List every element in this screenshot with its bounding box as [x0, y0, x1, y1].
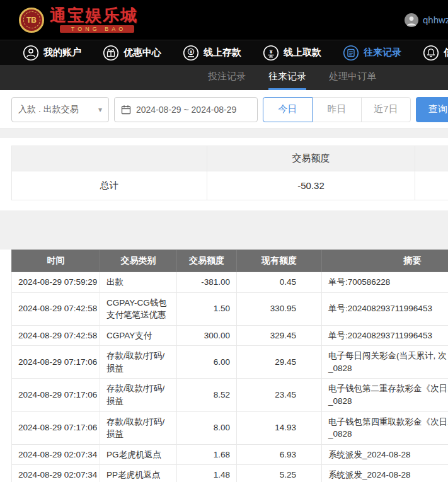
transaction-type-value: 入款 . 出款交易 — [18, 104, 79, 115]
cell-amount: 1.68 — [177, 444, 237, 465]
logo-text: 通宝娱乐城 TONG BAO — [50, 7, 138, 33]
summary-total-label: 总计 — [12, 171, 207, 200]
table-row: 2024-08-29 07:42:58CGPAY-CG钱包支付笔笔送优惠1.50… — [12, 292, 448, 325]
svg-text:¥: ¥ — [270, 48, 273, 54]
summary-total-empty — [415, 171, 448, 200]
cell-type: PP老虎机返点 — [100, 465, 177, 482]
cell-balance: 5.25 — [237, 465, 322, 482]
summary-table: 交易额度 总计 -50.32 — [11, 146, 448, 200]
records-icon — [343, 45, 359, 61]
cell-type: PG老虎机返点 — [100, 444, 177, 465]
top-header: TB 通宝娱乐城 TONG BAO qhhwz — [0, 0, 448, 40]
date-range-input[interactable]: 2024-08-29 ~ 2024-08-29 — [114, 97, 258, 122]
quick-range-button-1[interactable]: 昨日 — [312, 97, 362, 122]
cell-summary: 单号:202408293711996453 — [322, 292, 448, 325]
user-menu[interactable]: qhhwz — [405, 0, 448, 40]
nav-item-records[interactable]: 往来记录 — [343, 45, 401, 61]
cell-balance: 14.93 — [237, 411, 322, 444]
table-row: 2024-08-29 02:07:34PG老虎机返点1.686.93系统派发_2… — [12, 444, 448, 465]
cell-time: 2024-08-29 02:07:34 — [12, 444, 100, 465]
cell-balance: 6.93 — [237, 444, 322, 465]
cell-type: 出款 — [100, 272, 177, 293]
page: TB 通宝娱乐城 TONG BAO qhhwz 我的账户优惠中心¥线上存款¥线上… — [0, 0, 448, 482]
chevron-down-icon: ▾ — [98, 105, 102, 114]
cell-amount: -381.00 — [177, 272, 237, 293]
sub-nav-tabs: 投注记录往来记录处理中订单 — [0, 65, 448, 90]
cell-balance: 0.45 — [237, 272, 322, 293]
cell-summary: 电子钱包第二重存款彩金《次日1 _0828 — [322, 379, 448, 411]
bell-icon — [423, 45, 439, 61]
cell-amount: 6.00 — [177, 346, 237, 379]
cell-summary: 单号:700586228 — [322, 272, 448, 293]
cell-time: 2024-08-29 07:17:06 — [12, 379, 100, 411]
cell-type: CGPAY支付 — [100, 325, 177, 346]
withdraw-icon: ¥ — [263, 45, 279, 61]
cell-balance: 330.95 — [237, 292, 322, 325]
cell-amount: 8.00 — [177, 411, 237, 444]
quick-range-button-0[interactable]: 今日 — [263, 97, 313, 122]
nav-item-label: 线上存款 — [204, 47, 241, 59]
cell-type: 存款/取款/打码/损益 — [100, 346, 177, 379]
nav-item-label: 信息 — [444, 47, 448, 59]
column-header: 时间 — [12, 250, 100, 272]
site-name: 通宝娱乐城 — [50, 7, 138, 23]
summary-header-empty — [12, 146, 207, 171]
transaction-type-select[interactable]: 入款 . 出款交易 ▾ — [11, 97, 109, 122]
nav-item-label: 我的账户 — [43, 47, 81, 59]
site-logo[interactable]: TB 通宝娱乐城 TONG BAO — [19, 7, 138, 33]
user-icon — [23, 45, 39, 61]
cell-summary: 系统派发_2024-08-28 — [322, 444, 448, 465]
quick-range-group: 今日昨日近7日 — [263, 97, 411, 122]
tab-0[interactable]: 投注记录 — [208, 65, 246, 90]
nav-item-bell[interactable]: 信息 — [423, 45, 448, 61]
cell-summary: 单号:202408293711996453 — [322, 325, 448, 346]
tab-2[interactable]: 处理中订单 — [329, 65, 376, 90]
cell-amount: 300.00 — [177, 325, 237, 346]
search-button[interactable]: 查询 — [416, 97, 448, 122]
summary-header-row: 交易额度 — [12, 146, 448, 171]
column-header: 摘要 — [322, 250, 448, 272]
column-header: 交易类别 — [100, 250, 177, 272]
summary-title: 交易额度 — [207, 146, 415, 171]
cell-amount: 1.48 — [177, 465, 237, 482]
table-header-row: 时间交易类别交易额度现有额度摘要 — [12, 250, 448, 272]
quick-range-button-2[interactable]: 近7日 — [361, 97, 411, 122]
calendar-icon — [121, 105, 131, 115]
column-header: 现有额度 — [237, 250, 322, 272]
table-row: 2024-08-29 07:59:29出款-381.000.45单号:70058… — [12, 272, 448, 293]
table-row: 2024-08-29 07:17:06存款/取款/打码/损益6.0029.45电… — [12, 346, 448, 379]
nav-item-user[interactable]: 我的账户 — [23, 45, 81, 61]
cell-summary: 电子每日闯关彩金(当天累计, 次 _0828 — [322, 346, 448, 379]
cell-type: CGPAY-CG钱包支付笔笔送优惠 — [100, 292, 177, 325]
summary-total-value: -50.32 — [207, 171, 415, 200]
logo-chip-icon: TB — [19, 8, 44, 33]
cell-amount: 1.50 — [177, 292, 237, 325]
nav-item-deposit[interactable]: ¥线上存款 — [183, 45, 241, 61]
summary-section: 交易额度 总计 -50.32 — [0, 138, 448, 210]
cell-summary: 电子钱包第四重取款彩金《次日1 _0828 — [322, 411, 448, 444]
cell-time: 2024-08-29 07:17:06 — [12, 411, 100, 444]
date-range-value: 2024-08-29 ~ 2024-08-29 — [136, 105, 236, 115]
tab-1[interactable]: 往来记录 — [268, 65, 306, 90]
table-row: 2024-08-29 07:17:06存款/取款/打码/损益8.0014.93电… — [12, 411, 448, 444]
cell-time: 2024-08-29 02:07:34 — [12, 465, 100, 482]
table-row: 2024-08-29 02:07:34PP老虎机返点1.485.25系统派发_2… — [12, 465, 448, 482]
cell-time: 2024-08-29 07:17:06 — [12, 346, 100, 379]
nav-item-withdraw[interactable]: ¥线上取款 — [263, 45, 321, 61]
logo-badge: TB — [23, 11, 40, 28]
cell-summary: 系统派发_2024-08-28 — [322, 465, 448, 482]
cell-balance: 329.45 — [237, 325, 322, 346]
nav-item-gift[interactable]: 优惠中心 — [103, 45, 161, 61]
cell-time: 2024-08-29 07:42:58 — [12, 325, 100, 346]
cell-balance: 29.45 — [237, 346, 322, 379]
records-table: 时间交易类别交易额度现有额度摘要 2024-08-29 07:59:29出款-3… — [11, 250, 448, 482]
gift-icon — [103, 45, 119, 61]
nav-item-label: 优惠中心 — [123, 47, 161, 59]
cell-balance: 23.45 — [237, 379, 322, 411]
column-header: 交易额度 — [177, 250, 237, 272]
cell-amount: 8.52 — [177, 379, 237, 411]
table-body: 2024-08-29 07:59:29出款-381.000.45单号:70058… — [12, 272, 448, 482]
cell-type: 存款/取款/打码/损益 — [100, 379, 177, 411]
table-row: 2024-08-29 07:42:58CGPAY支付300.00329.45单号… — [12, 325, 448, 346]
nav-item-label: 线上取款 — [284, 47, 321, 59]
